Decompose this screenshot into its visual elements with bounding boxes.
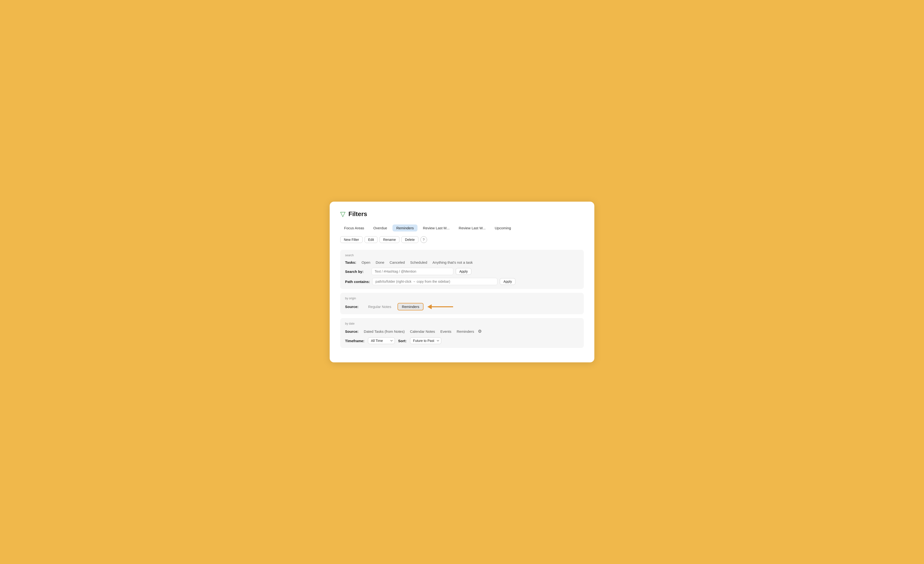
path-contains-row: Path contains: Apply <box>345 278 579 285</box>
date-source-reminders[interactable]: Reminders <box>455 329 476 334</box>
gear-icon[interactable]: ⚙ <box>477 328 482 334</box>
date-sources-row: Source: Dated Tasks (from Notes) Calenda… <box>345 328 579 334</box>
origin-section-label: by origin <box>345 297 579 300</box>
source-regular-notes[interactable]: Regular Notes <box>364 303 395 310</box>
task-option-canceled[interactable]: Canceled <box>388 260 406 265</box>
timeframe-dropdown[interactable]: All Time Today This Week This Month Cust… <box>368 338 395 344</box>
task-option-open[interactable]: Open <box>360 260 372 265</box>
tasks-row: Tasks: Open Done Canceled Scheduled Anyt… <box>345 260 579 265</box>
timeframe-row: Timeframe: All Time Today This Week This… <box>345 338 579 344</box>
filter-icon: ▽ <box>340 211 345 218</box>
help-button[interactable]: ? <box>420 236 427 243</box>
task-option-done[interactable]: Done <box>374 260 386 265</box>
edit-button[interactable]: Edit <box>364 236 378 243</box>
filters-card: ▽ Filters Focus Areas Overdue Reminders … <box>330 202 594 362</box>
page-title: Filters <box>348 210 367 218</box>
card-header: ▽ Filters <box>340 210 584 218</box>
new-filter-button[interactable]: New Filter <box>340 236 363 243</box>
tab-upcoming[interactable]: Upcoming <box>491 225 515 231</box>
search-section: search Tasks: Open Done Canceled Schedul… <box>340 250 584 289</box>
search-by-row: Search by: Apply <box>345 268 579 275</box>
toolbar-row: New Filter Edit Rename Delete ? <box>340 236 584 243</box>
date-section: by date Source: Dated Tasks (from Notes)… <box>340 318 584 348</box>
date-source-dated-tasks[interactable]: Dated Tasks (from Notes) <box>362 329 406 334</box>
apply-search-button[interactable]: Apply <box>456 268 471 275</box>
origin-section: by origin Source: Regular Notes Reminder… <box>340 293 584 314</box>
arrow-annotation <box>428 304 453 309</box>
tab-review-last-w[interactable]: Review Last W... <box>455 225 489 231</box>
date-section-label: by date <box>345 322 579 325</box>
tabs-row: Focus Areas Overdue Reminders Review Las… <box>340 225 584 231</box>
tasks-label: Tasks: <box>345 260 356 264</box>
path-contains-label: Path contains: <box>345 280 370 284</box>
origin-source-label: Source: <box>345 304 362 309</box>
tab-reminders[interactable]: Reminders <box>393 225 418 231</box>
task-option-not-task[interactable]: Anything that's not a task <box>430 260 474 265</box>
search-section-label: search <box>345 254 579 257</box>
arrow-shaft <box>432 306 453 307</box>
tab-focus-areas[interactable]: Focus Areas <box>340 225 368 231</box>
sort-dropdown[interactable]: Future to Past Past to Future <box>410 338 441 344</box>
reminders-wrapper: Reminders <box>398 303 453 310</box>
delete-button[interactable]: Delete <box>401 236 418 243</box>
origin-row: Source: Regular Notes Reminders <box>345 303 579 310</box>
tab-review-last-m[interactable]: Review Last M... <box>419 225 453 231</box>
timeframe-label: Timeframe: <box>345 339 364 343</box>
source-reminders[interactable]: Reminders <box>398 303 424 310</box>
search-by-input[interactable] <box>372 268 453 275</box>
rename-button[interactable]: Rename <box>380 236 399 243</box>
date-source-calendar-notes[interactable]: Calendar Notes <box>408 329 437 334</box>
path-contains-input[interactable] <box>372 278 497 285</box>
date-source-label: Source: <box>345 329 358 333</box>
apply-path-button[interactable]: Apply <box>500 278 515 285</box>
date-source-events[interactable]: Events <box>438 329 453 334</box>
task-option-scheduled[interactable]: Scheduled <box>408 260 429 265</box>
arrow-head <box>428 304 432 309</box>
search-by-label: Search by: <box>345 270 369 274</box>
sort-label: Sort: <box>398 339 406 343</box>
tab-overdue[interactable]: Overdue <box>369 225 391 231</box>
